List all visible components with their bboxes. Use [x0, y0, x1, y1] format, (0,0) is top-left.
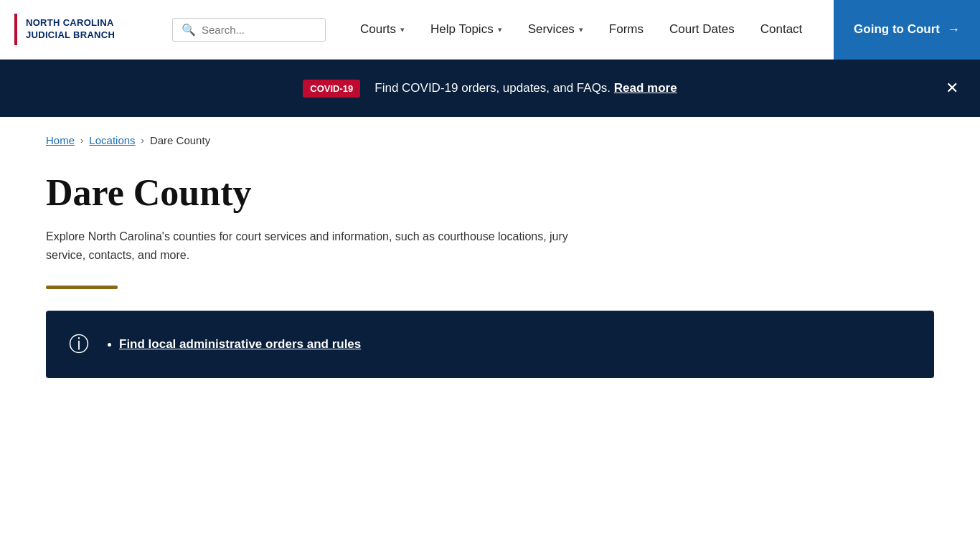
search-input[interactable]	[202, 24, 316, 36]
logo-bar	[14, 14, 17, 45]
site-header: NORTH CAROLINA JUDICIAL BRANCH 🔍 Courts …	[0, 0, 980, 60]
nav-contact[interactable]: Contact	[748, 0, 816, 60]
covid-badge: COVID-19	[303, 80, 360, 98]
search-box[interactable]: 🔍	[172, 18, 326, 42]
breadcrumb: Home › Locations › Dare County	[0, 117, 980, 158]
site-logo: NORTH CAROLINA JUDICIAL BRANCH	[26, 17, 115, 42]
page-description: Explore North Carolina's counties for co…	[46, 227, 591, 264]
breadcrumb-home[interactable]: Home	[46, 134, 75, 146]
info-box: ⓘ Find local administrative orders and r…	[46, 311, 934, 378]
search-icon: 🔍	[182, 23, 196, 37]
breadcrumb-current: Dare County	[150, 134, 210, 146]
page-title: Dare County	[46, 172, 934, 213]
main-nav: Courts ▾ Help Topics ▾ Services ▾ Forms …	[347, 0, 834, 60]
info-box-content: Find local administrative orders and rul…	[106, 337, 361, 352]
nav-help-topics[interactable]: Help Topics ▾	[418, 0, 515, 60]
nav-services[interactable]: Services ▾	[515, 0, 596, 60]
nav-courts[interactable]: Courts ▾	[347, 0, 418, 60]
going-to-court-button[interactable]: Going to Court →	[834, 0, 980, 60]
chevron-down-icon: ▾	[579, 25, 583, 34]
nav-court-dates[interactable]: Court Dates	[656, 0, 748, 60]
chevron-down-icon: ▾	[400, 25, 405, 34]
info-circle-icon: ⓘ	[69, 331, 89, 358]
breadcrumb-separator-2: ›	[141, 135, 144, 146]
admin-orders-link[interactable]: Find local administrative orders and rul…	[119, 337, 361, 351]
covid-text: Find COVID-19 orders, updates, and FAQs.…	[374, 81, 677, 95]
main-content: Dare County Explore North Carolina's cou…	[0, 158, 980, 407]
close-button[interactable]: ✕	[946, 80, 958, 96]
nav-forms[interactable]: Forms	[596, 0, 656, 60]
arrow-right-icon: →	[947, 22, 960, 37]
chevron-down-icon: ▾	[498, 25, 502, 34]
covid-banner: COVID-19 Find COVID-19 orders, updates, …	[0, 60, 980, 117]
close-icon: ✕	[946, 79, 958, 97]
breadcrumb-locations[interactable]: Locations	[89, 134, 135, 146]
gold-divider	[46, 286, 118, 289]
logo-area[interactable]: NORTH CAROLINA JUDICIAL BRANCH	[0, 14, 158, 45]
going-to-court-label: Going to Court	[854, 22, 940, 37]
breadcrumb-separator-1: ›	[80, 135, 83, 146]
covid-read-more-link[interactable]: Read more	[614, 81, 677, 95]
